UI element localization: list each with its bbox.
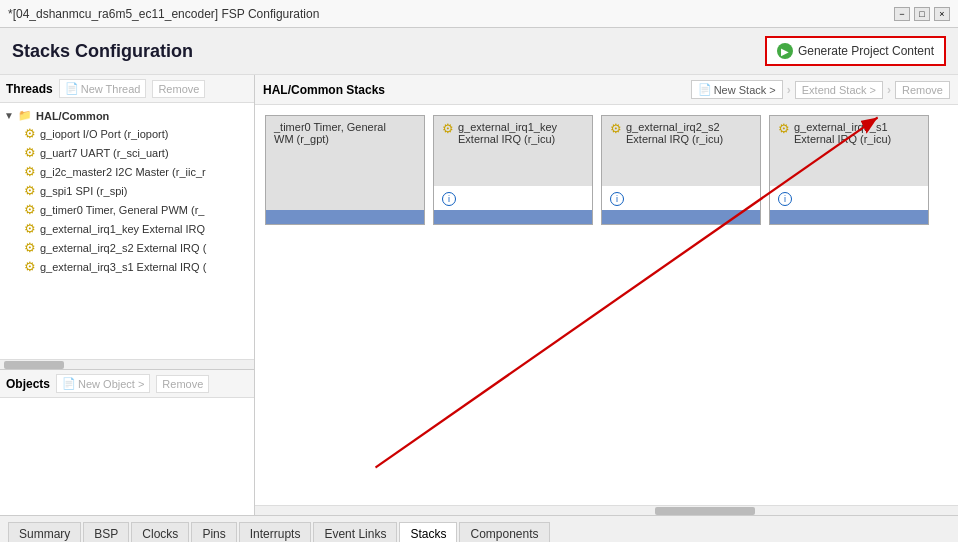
threads-remove-button[interactable]: Remove [152,80,205,98]
timer0-title: _timer0 Timer, GeneralWM (r_gpt) [274,121,386,145]
objects-remove-button[interactable]: Remove [156,375,209,393]
threads-section: Threads 📄 New Thread Remove ▼ 📁 HAL/Comm… [0,75,254,370]
folder-icon: 📁 [18,109,32,122]
threads-scrollbar[interactable] [0,359,254,369]
tab-clocks[interactable]: Clocks [131,522,189,542]
gear-icon: ⚙ [24,240,36,255]
stack-card-header-irq2: ⚙ g_external_irq2_s2External IRQ (r_icu) [602,116,760,186]
close-button[interactable]: × [934,7,950,21]
tree-item-spi[interactable]: ⚙ g_spi1 SPI (r_spi) [0,181,254,200]
gear-icon: ⚙ [24,126,36,141]
stack-card-irq2[interactable]: ⚙ g_external_irq2_s2External IRQ (r_icu)… [601,115,761,225]
separator: › [787,83,791,97]
tab-pins[interactable]: Pins [191,522,236,542]
tree-item-irq1[interactable]: ⚙ g_external_irq1_key External IRQ [0,219,254,238]
irq2-gear-icon: ⚙ [610,121,622,136]
tree-item-timer0[interactable]: ⚙ g_timer0 Timer, General PWM (r_ [0,200,254,219]
stacks-scrollbar-thumb[interactable] [655,507,755,515]
gear-icon: ⚙ [24,183,36,198]
app-title: *[04_dshanmcu_ra6m5_ec11_encoder] FSP Co… [8,7,319,21]
tree-item-irq3[interactable]: ⚙ g_external_irq3_s1 External IRQ ( [0,257,254,276]
threads-tree[interactable]: ▼ 📁 HAL/Common ⚙ g_ioport I/O Port (r_io… [0,103,254,359]
right-panel: HAL/Common Stacks 📄 New Stack > › Extend… [255,75,958,515]
new-thread-icon: 📄 [65,82,79,95]
stack-card-header-irq3: ⚙ g_external_irq3_s1External IRQ (r_icu) [770,116,928,186]
extend-stack-button[interactable]: Extend Stack > [795,81,883,99]
info-icon-irq3[interactable]: i [778,192,792,206]
tab-bsp[interactable]: BSP [83,522,129,542]
objects-tree [0,398,254,515]
maximize-button[interactable]: □ [914,7,930,21]
minimize-button[interactable]: − [894,7,910,21]
irq3-gear-icon: ⚙ [778,121,790,136]
tab-components[interactable]: Components [459,522,549,542]
expand-icon: ▼ [4,110,14,121]
objects-section: Objects 📄 New Object > Remove [0,370,254,515]
window-controls: − □ × [894,7,950,21]
irq1-title: g_external_irq1_keyExternal IRQ (r_icu) [458,121,557,145]
generate-project-content-button[interactable]: ▶ Generate Project Content [765,36,946,66]
tab-stacks[interactable]: Stacks [399,522,457,542]
info-icon-irq1[interactable]: i [442,192,456,206]
tree-item-uart7[interactable]: ⚙ g_uart7 UART (r_sci_uart) [0,143,254,162]
info-icon-irq2[interactable]: i [610,192,624,206]
main-layout: Threads 📄 New Thread Remove ▼ 📁 HAL/Comm… [0,75,958,515]
stacks-content: _timer0 Timer, GeneralWM (r_gpt) ⚙ g_ext… [255,105,958,505]
tree-item-hal-common[interactable]: ▼ 📁 HAL/Common [0,107,254,124]
irq1-gear-icon: ⚙ [442,121,454,136]
stack-card-irq3[interactable]: ⚙ g_external_irq3_s1External IRQ (r_icu)… [769,115,929,225]
gear-icon: ⚙ [24,221,36,236]
title-bar-text: *[04_dshanmcu_ra6m5_ec11_encoder] FSP Co… [8,7,319,21]
gear-icon: ⚙ [24,145,36,160]
stack-card-footer-irq1 [434,210,592,224]
stacks-label: HAL/Common Stacks [263,83,385,97]
stack-card-footer-irq2 [602,210,760,224]
objects-label: Objects [6,377,50,391]
tab-interrupts[interactable]: Interrupts [239,522,312,542]
threads-scrollbar-thumb[interactable] [4,361,64,369]
tree-item-ioport[interactable]: ⚙ g_ioport I/O Port (r_ioport) [0,124,254,143]
separator2: › [887,83,891,97]
new-thread-button[interactable]: 📄 New Thread [59,79,147,98]
irq3-title: g_external_irq3_s1External IRQ (r_icu) [794,121,891,145]
stack-card-footer-irq3 [770,210,928,224]
stack-card-header-timer0: _timer0 Timer, GeneralWM (r_gpt) [266,116,424,210]
bottom-tabs: Summary BSP Clocks Pins Interrupts Event… [0,515,958,542]
page-header: Stacks Configuration ▶ Generate Project … [0,28,958,75]
gear-icon: ⚙ [24,164,36,179]
stacks-scrollbar[interactable] [255,505,958,515]
stacks-header: HAL/Common Stacks 📄 New Stack > › Extend… [255,75,958,105]
irq2-title: g_external_irq2_s2External IRQ (r_icu) [626,121,723,145]
objects-header: Objects 📄 New Object > Remove [0,370,254,398]
tree-item-i2c[interactable]: ⚙ g_i2c_master2 I2C Master (r_iic_r [0,162,254,181]
stack-card-footer-timer0 [266,210,424,224]
stacks-remove-button[interactable]: Remove [895,81,950,99]
tab-summary[interactable]: Summary [8,522,81,542]
gear-icon: ⚙ [24,259,36,274]
tree-item-irq2[interactable]: ⚙ g_external_irq2_s2 External IRQ ( [0,238,254,257]
stack-card-timer0[interactable]: _timer0 Timer, GeneralWM (r_gpt) [265,115,425,225]
tab-event-links[interactable]: Event Links [313,522,397,542]
stack-card-irq1[interactable]: ⚙ g_external_irq1_keyExternal IRQ (r_icu… [433,115,593,225]
generate-icon: ▶ [777,43,793,59]
threads-header: Threads 📄 New Thread Remove [0,75,254,103]
new-stack-button[interactable]: 📄 New Stack > [691,80,783,99]
gear-icon: ⚙ [24,202,36,217]
stacks-actions: 📄 New Stack > › Extend Stack > › Remove [691,80,950,99]
new-object-icon: 📄 [62,377,76,390]
new-stack-icon: 📄 [698,83,712,96]
title-bar: *[04_dshanmcu_ra6m5_ec11_encoder] FSP Co… [0,0,958,28]
stack-card-header-irq1: ⚙ g_external_irq1_keyExternal IRQ (r_icu… [434,116,592,186]
page-title: Stacks Configuration [12,41,193,62]
left-panel: Threads 📄 New Thread Remove ▼ 📁 HAL/Comm… [0,75,255,515]
hal-common-label: HAL/Common [36,110,109,122]
new-object-button[interactable]: 📄 New Object > [56,374,150,393]
threads-label: Threads [6,82,53,96]
